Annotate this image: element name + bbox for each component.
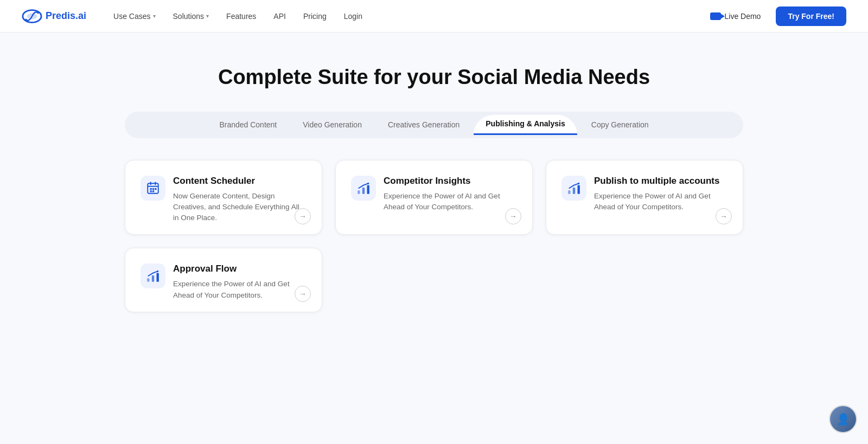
section-title: Complete Suite for your Social Media Nee… bbox=[125, 65, 743, 90]
card-desc-competitor-insights: Experience the Power of AI and Get Ahead… bbox=[384, 191, 517, 213]
svg-rect-16 bbox=[573, 188, 575, 194]
nav-api[interactable]: API bbox=[266, 8, 293, 25]
svg-point-18 bbox=[578, 182, 579, 184]
tab-video-generation[interactable]: Video Generation bbox=[291, 116, 374, 133]
svg-rect-10 bbox=[152, 190, 154, 192]
svg-rect-12 bbox=[362, 188, 365, 194]
svg-rect-21 bbox=[157, 273, 159, 282]
live-demo-button[interactable]: Live Demo bbox=[704, 9, 767, 24]
nav-links: Use Cases ▾ Solutions ▾ Features API Pri… bbox=[106, 8, 704, 25]
navbar-right: Live Demo Try For Free! bbox=[704, 7, 846, 26]
card-publish-multiple: Publish to multiple accounts Experience … bbox=[546, 160, 743, 235]
svg-rect-6 bbox=[150, 188, 152, 190]
chevron-icon: ▾ bbox=[153, 13, 156, 19]
tab-creatives-generation[interactable]: Creatives Generation bbox=[376, 116, 471, 133]
tab-copy-generation[interactable]: Copy Generation bbox=[579, 116, 661, 133]
card-icon-publish bbox=[561, 176, 586, 201]
cards-row2: Approval Flow Experience the Power of AI… bbox=[125, 248, 743, 312]
svg-rect-7 bbox=[152, 188, 154, 190]
svg-rect-17 bbox=[578, 185, 580, 194]
nav-features[interactable]: Features bbox=[219, 8, 264, 25]
tab-branded-content[interactable]: Branded Content bbox=[207, 116, 289, 133]
card-arrow-content-scheduler[interactable]: → bbox=[295, 208, 311, 224]
logo-icon bbox=[22, 9, 42, 24]
tab-publishing-analysis[interactable]: Publishing & Analysis bbox=[474, 115, 577, 135]
try-free-button[interactable]: Try For Free! bbox=[776, 7, 846, 26]
svg-rect-13 bbox=[367, 185, 369, 194]
card-desc-content-scheduler: Now Generate Content, Design Creatives, … bbox=[173, 191, 307, 224]
card-arrow-publish-multiple[interactable]: → bbox=[716, 208, 732, 224]
svg-rect-19 bbox=[147, 279, 149, 282]
main-content: Complete Suite for your Social Media Nee… bbox=[108, 33, 760, 334]
card-arrow-competitor-insights[interactable]: → bbox=[505, 208, 521, 224]
nav-use-cases[interactable]: Use Cases ▾ bbox=[106, 8, 163, 25]
svg-rect-11 bbox=[358, 190, 360, 194]
svg-rect-20 bbox=[152, 275, 154, 282]
card-content-scheduler: Content Scheduler Now Generate Content, … bbox=[125, 160, 322, 235]
chevron-icon: ▾ bbox=[206, 13, 209, 19]
card-arrow-approval-flow[interactable]: → bbox=[295, 286, 311, 302]
card-title-publish-multiple: Publish to multiple accounts bbox=[594, 176, 727, 186]
card-title-content-scheduler: Content Scheduler bbox=[173, 176, 307, 186]
camera-icon bbox=[710, 12, 721, 20]
tabs-container: Branded Content Video Generation Creativ… bbox=[125, 112, 743, 138]
card-desc-approval-flow: Experience the Power of AI and Get Ahead… bbox=[173, 279, 307, 301]
card-title-approval-flow: Approval Flow bbox=[173, 263, 307, 274]
nav-pricing[interactable]: Pricing bbox=[296, 8, 334, 25]
logo-text: Predis.ai bbox=[46, 10, 86, 22]
card-approval-flow: Approval Flow Experience the Power of AI… bbox=[125, 248, 322, 312]
navbar: Predis.ai Use Cases ▾ Solutions ▾ Featur… bbox=[0, 0, 868, 33]
card-desc-publish-multiple: Experience the Power of AI and Get Ahead… bbox=[594, 191, 727, 213]
svg-point-22 bbox=[157, 271, 158, 272]
svg-rect-15 bbox=[568, 190, 570, 194]
card-icon-chart bbox=[351, 176, 376, 201]
logo-link[interactable]: Predis.ai bbox=[22, 9, 86, 24]
card-competitor-insights: Competitor Insights Experience the Power… bbox=[335, 160, 533, 235]
nav-solutions[interactable]: Solutions ▾ bbox=[165, 8, 217, 25]
svg-rect-8 bbox=[155, 188, 156, 190]
cards-row1: Content Scheduler Now Generate Content, … bbox=[125, 160, 743, 235]
svg-point-14 bbox=[367, 182, 369, 184]
svg-rect-9 bbox=[150, 190, 152, 192]
nav-login[interactable]: Login bbox=[336, 8, 370, 25]
card-title-competitor-insights: Competitor Insights bbox=[384, 176, 517, 186]
card-icon-approval bbox=[141, 263, 165, 288]
card-icon-calendar bbox=[141, 176, 165, 201]
